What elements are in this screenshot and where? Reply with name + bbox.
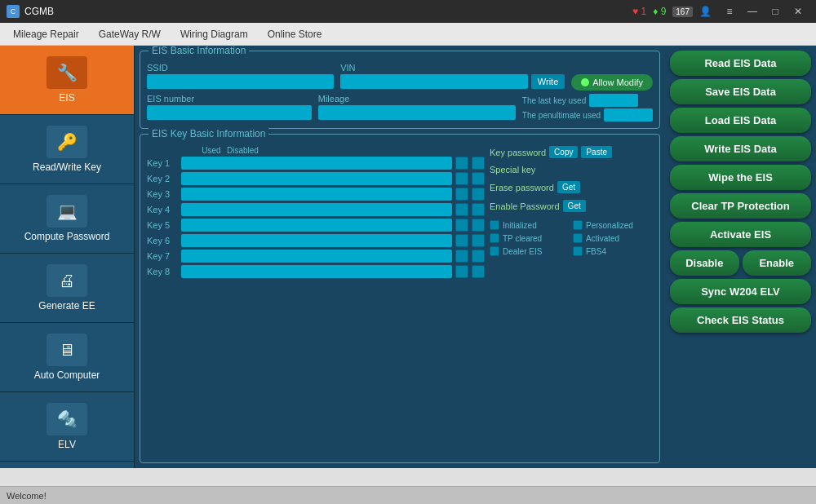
menu-wiring-diagram[interactable]: Wiring Diagram — [171, 25, 258, 43]
eis-number-input[interactable] — [147, 105, 312, 120]
key-used-check-1[interactable] — [455, 172, 468, 185]
key-bar-5 — [181, 234, 452, 247]
menu-gateway-rw[interactable]: GateWay R/W — [89, 25, 171, 43]
legend-fbs4: FBS4 — [573, 246, 653, 256]
key-disabled-check-7[interactable] — [472, 265, 485, 278]
sidebar-item-eis[interactable]: 🔧 EIS — [0, 46, 134, 115]
sidebar-item-compute-password[interactable]: 💻 Compute Password — [0, 184, 134, 254]
enable-button[interactable]: Enable — [743, 250, 812, 276]
menu-online-store[interactable]: Online Store — [258, 25, 332, 43]
badge-count: 167 — [672, 7, 693, 17]
allow-modify-button[interactable]: Allow Modify — [571, 74, 653, 91]
legend-tp-cleared: TP cleared — [490, 233, 570, 243]
key-used-check-3[interactable] — [455, 203, 468, 216]
clear-tp-button[interactable]: Clear TP Protection — [670, 193, 811, 219]
ssid-input[interactable] — [147, 74, 334, 89]
key-used-check-4[interactable] — [455, 219, 468, 232]
personalized-box — [573, 220, 583, 230]
personalized-label: Personalized — [586, 221, 633, 230]
last-key-label: The last key used — [522, 96, 586, 105]
key-disabled-check-1[interactable] — [472, 172, 485, 185]
col-disabled-label: Disabled — [227, 146, 251, 155]
readwrite-key-icon: 🔑 — [47, 126, 87, 158]
key-bar-1 — [181, 172, 452, 185]
penultimate-label: The penultimate used — [522, 111, 601, 120]
key-used-check-2[interactable] — [455, 188, 468, 201]
special-key-group: Special key — [490, 165, 653, 176]
key-used-check-7[interactable] — [455, 265, 468, 278]
sidebar-item-elv[interactable]: 🔩 ELV — [0, 392, 134, 462]
window-controls[interactable]: ≡ — □ ✕ — [718, 0, 809, 23]
key-used-check-5[interactable] — [455, 234, 468, 247]
table-row: Key 4 — [147, 203, 485, 216]
enable-get-button[interactable]: Get — [563, 200, 586, 212]
sidebar-item-auto-computer[interactable]: 🖥 Auto Computer — [0, 323, 134, 392]
erase-password-group: Erase password Get — [490, 181, 653, 195]
fbs4-box — [573, 246, 583, 256]
write-eis-button[interactable]: Write EIS Data — [670, 136, 811, 161]
paste-button[interactable]: Paste — [581, 146, 612, 158]
maximize-button[interactable]: □ — [764, 0, 787, 23]
erase-get-button[interactable]: Get — [557, 181, 580, 193]
load-eis-button[interactable]: Load EIS Data — [670, 108, 811, 133]
allow-modify-label: Allow Modify — [592, 77, 643, 87]
wipe-eis-button[interactable]: Wipe the EIS — [670, 165, 811, 190]
keys-container: Key 1 Key 2 Key 3 Key 4 Key 5 Key 6 — [147, 157, 485, 278]
key-disabled-check-2[interactable] — [472, 188, 485, 201]
legend-initialized: Initialized — [490, 220, 570, 230]
disable-enable-row: Disable Enable — [670, 250, 811, 276]
check-status-button[interactable]: Check EIS Status — [670, 307, 811, 333]
sidebar-label-generate: Generate EE — [38, 300, 95, 312]
tp-cleared-box — [490, 233, 499, 243]
erase-password-label: Erase password — [490, 183, 554, 192]
key-used-check-6[interactable] — [455, 250, 468, 263]
app-logo: C — [7, 5, 20, 18]
sidebar-item-readwrite-key[interactable]: 🔑 Read/Write Key — [0, 115, 134, 184]
key-used-check-0[interactable] — [455, 157, 468, 170]
copy-button[interactable]: Copy — [549, 146, 578, 158]
read-eis-button[interactable]: Read EIS Data — [670, 51, 811, 76]
mileage-input[interactable] — [318, 105, 516, 120]
progress-bar-area — [0, 468, 816, 486]
legend-personalized: Personalized — [573, 220, 653, 230]
vin-label: VIN — [340, 63, 565, 73]
tp-cleared-label: TP cleared — [503, 234, 542, 243]
minimize-button[interactable]: — — [741, 0, 764, 23]
main-content: 🔧 EIS 🔑 Read/Write Key 💻 Compute Passwor… — [0, 46, 816, 468]
key-label-4: Key 5 — [147, 220, 178, 230]
sync-w204-button[interactable]: Sync W204 ELV — [670, 279, 811, 304]
auto-computer-icon: 🖥 — [47, 334, 87, 366]
legend-dealer-eis: Dealer EIS — [490, 246, 570, 256]
sidebar-label-auto: Auto Computer — [34, 369, 100, 381]
key-disabled-check-5[interactable] — [472, 234, 485, 247]
menu-mileage-repair[interactable]: Mileage Repair — [3, 25, 89, 43]
key-bar-2 — [181, 188, 452, 201]
fbs4-label: FBS4 — [586, 247, 606, 256]
eis-number-label: EIS number — [147, 94, 312, 104]
close-button[interactable]: ✕ — [787, 0, 809, 23]
app-title: CGMB — [24, 6, 632, 17]
key-disabled-check-3[interactable] — [472, 203, 485, 216]
key-disabled-check-6[interactable] — [472, 250, 485, 263]
activate-eis-button[interactable]: Activate EIS — [670, 222, 811, 247]
key-bar-7 — [181, 265, 452, 278]
hearts-red: ♥ 1 — [632, 6, 646, 17]
key-label-0: Key 1 — [147, 158, 178, 168]
vin-input[interactable] — [340, 74, 528, 89]
disable-button[interactable]: Disable — [670, 250, 739, 276]
sidebar-label-compute: Compute Password — [24, 231, 110, 242]
status-message: Welcome! — [7, 491, 47, 501]
key-disabled-check-4[interactable] — [472, 219, 485, 232]
write-button[interactable]: Write — [531, 74, 565, 89]
sidebar-item-generate-ee[interactable]: 🖨 Generate EE — [0, 254, 134, 323]
hamburger-menu[interactable]: ≡ — [718, 0, 741, 23]
title-bar: C CGMB ♥ 1 ♦ 9 167 👤 ≡ — □ ✕ — [0, 0, 816, 23]
table-row: Key 7 — [147, 250, 485, 263]
initialized-label: Initialized — [503, 221, 537, 230]
compute-password-icon: 💻 — [47, 195, 87, 228]
save-eis-button[interactable]: Save EIS Data — [670, 79, 811, 104]
status-bar: Welcome! — [0, 486, 816, 504]
menu-bar: Mileage Repair GateWay R/W Wiring Diagra… — [0, 23, 816, 46]
key-label-3: Key 4 — [147, 205, 178, 214]
key-disabled-check-0[interactable] — [472, 157, 485, 170]
